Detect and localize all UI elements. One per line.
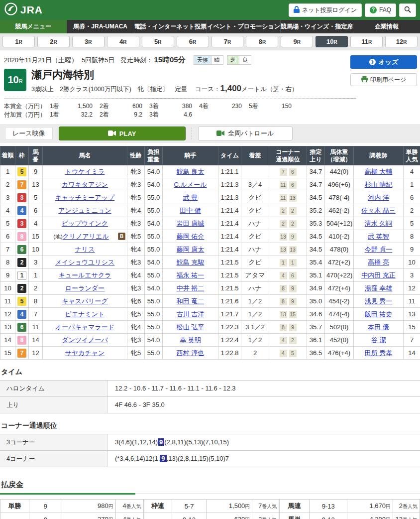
jockey-link[interactable]: 幸 英明 [180, 336, 201, 344]
race-tab-8R[interactable]: 8R [246, 36, 278, 47]
print-page-button[interactable]: 印刷用ページ [350, 73, 417, 86]
trainer-link[interactable]: 今野 貞一 [365, 246, 393, 253]
jockey-link[interactable]: 西村 淳也 [177, 349, 205, 357]
race-tab-11R[interactable]: 11R [350, 36, 383, 47]
race-tab-1R[interactable]: 1R [2, 36, 35, 47]
net-vote-login-button[interactable]: ネット投票ログイン [289, 3, 362, 17]
waku-cell: 7 [15, 178, 29, 191]
trainer-link[interactable]: 清水 久詞 [365, 220, 393, 227]
horse-number: 13 [29, 178, 43, 191]
jockey-link[interactable]: 福永 祐一 [177, 271, 205, 279]
horse-link[interactable]: ビップウインク [62, 220, 108, 227]
trainer-link[interactable]: 佐々木 晶三 [361, 207, 396, 214]
jockey-link[interactable]: 松山 弘平 [177, 323, 205, 331]
patrol-video-button[interactable]: 全周パトロール [198, 127, 293, 140]
nav-item-馬券・JRA-UMACA[interactable]: 馬券・JRA-UMACA [67, 20, 134, 33]
corner-pos-badge: 2 [280, 220, 287, 228]
jockey-link[interactable]: C.ルメール [174, 181, 207, 188]
play-button[interactable]: PLAY [59, 127, 186, 140]
race-tab-2R[interactable]: 2R [37, 36, 70, 47]
trainer-link[interactable]: 谷 潔 [371, 336, 386, 344]
jockey-link[interactable]: 和田 竜二 [177, 297, 205, 305]
race-tab-6R[interactable]: 6R [177, 36, 209, 47]
horse-link[interactable]: サヤカチャン [65, 349, 105, 357]
trainer-link[interactable]: 湯窪 幸雄 [365, 284, 393, 292]
finish-position: 6 [0, 230, 15, 243]
horse-link[interactable]: ピエナミント [65, 310, 105, 318]
carried-weight: 55.0 [145, 347, 163, 360]
waku-cell: 4 [15, 204, 29, 217]
trainer-link[interactable]: 河内 洋 [368, 194, 389, 201]
trainer-link[interactable]: 浅見 秀一 [365, 297, 393, 305]
race-tab-3R[interactable]: 3R [72, 36, 105, 47]
time-row-label: 上り [0, 397, 107, 413]
print-button-label: 印刷用ページ [370, 76, 407, 84]
trainer-link[interactable]: 高柳 大輔 [365, 168, 393, 175]
trainer-link[interactable]: 武 英智 [368, 233, 389, 240]
sex-age: 牝4 [127, 269, 145, 282]
corner-order-cell: 45 [269, 347, 307, 360]
race-tab-5R[interactable]: 5R [142, 36, 174, 47]
horse-link[interactable]: ローランダー [65, 284, 105, 292]
horse-number: 15 [29, 230, 43, 243]
sex-age: 牝5 [127, 191, 145, 204]
horse-link[interactable]: トウケイミラ [65, 168, 105, 175]
trainer-link[interactable]: 本田 優 [368, 323, 389, 331]
jockey-link[interactable]: 田中 健 [180, 207, 201, 214]
result-row: 335キャッチミーアップ牝555.0武 豊1:21.3クビ111334.5478… [0, 191, 420, 204]
horse-link[interactable]: ナリス [75, 246, 95, 253]
race-tab-12R[interactable]: 12R [385, 36, 418, 47]
horse-link[interactable]: クリノアリエル [63, 233, 109, 240]
trainer-link[interactable]: 田所 秀孝 [365, 349, 393, 357]
trainer-link[interactable]: 中内田 充正 [361, 271, 396, 279]
race-tab-7R[interactable]: 7R [211, 36, 244, 47]
prize-place-label: 4着 [199, 102, 216, 111]
horse-link[interactable]: キャッチミーアップ [55, 194, 114, 201]
nav-item-企業情報[interactable]: 企業情報 [353, 20, 420, 33]
race-tab-9R[interactable]: 9R [281, 36, 313, 47]
payout-type-label: 馬単 [280, 513, 310, 519]
horse-link[interactable]: メイショウユリシス [55, 259, 115, 266]
jra-logo[interactable]: JRA [4, 2, 43, 18]
nav-item-競馬場・ウインズ・指定席[interactable]: 競馬場・ウインズ・指定席 [280, 20, 353, 33]
horse-link[interactable]: ダンツイノーバ [62, 336, 108, 344]
race-tab-10R[interactable]: 10R [315, 36, 348, 47]
jockey-link[interactable]: 鮫島 良太 [177, 168, 205, 175]
jockey-link[interactable]: 岩田 康誠 [177, 220, 205, 227]
waku-cell: 7 [15, 347, 29, 360]
nav-item-競馬メニュー[interactable]: 競馬メニュー [0, 20, 67, 33]
horse-link[interactable]: アンジュミニョン [58, 207, 111, 214]
nav-item-電話・インターネット投票[interactable]: 電話・インターネット投票 [134, 20, 207, 33]
search-button[interactable] [399, 3, 416, 17]
win-popularity: 2 [404, 204, 420, 217]
winner-number-highlight: 9 [160, 455, 166, 462]
jockey-link[interactable]: 藤岡 佑介 [177, 233, 205, 240]
jockey-link[interactable]: 鮫島 克駿 [177, 259, 205, 266]
trainer-link[interactable]: 杉山 晴紀 [365, 181, 393, 188]
horse-link[interactable]: オーパキャマラード [55, 323, 114, 331]
results-header-cell: 騎手 [163, 146, 218, 165]
horse-name-cell: キュールエサクラ [43, 269, 127, 282]
nav-item-イベント・プロモーション[interactable]: イベント・プロモーション [207, 20, 280, 33]
jockey-link[interactable]: 中井 裕二 [177, 284, 205, 292]
payout-amount: 4,200円 [347, 513, 393, 519]
jockey-cell: 武 豊 [163, 191, 218, 204]
trainer-link[interactable]: 高橋 亮 [368, 259, 389, 266]
jockey-link[interactable]: 武 豊 [183, 194, 198, 201]
result-row: 15712サヤカチャン牝555.0西村 淳也1:22.824536.5476(+… [0, 347, 420, 360]
faq-button[interactable]: ? FAQ [365, 3, 396, 17]
margin-cell: クビ [241, 191, 269, 204]
jockey-link[interactable]: 藤岡 康太 [177, 246, 205, 253]
horse-link[interactable]: キャスパリーグ [62, 297, 108, 305]
waku-badge: 4 [17, 310, 26, 319]
corner-pos-badge: 2 [289, 207, 297, 215]
horse-link[interactable]: カワキタアジン [62, 181, 108, 188]
race-tab-4R[interactable]: 4R [107, 36, 139, 47]
horse-link[interactable]: キュールエサクラ [58, 271, 111, 279]
jockey-link[interactable]: 古川 吉洋 [177, 310, 205, 318]
trainer-link[interactable]: 飯田 祐史 [365, 310, 393, 318]
turf-value: 良 [239, 55, 251, 65]
prize-place-label: 2着 [100, 102, 116, 111]
results-header-cell: 性齢 [127, 146, 145, 165]
odds-button[interactable]: ❯ オッズ [350, 55, 417, 69]
